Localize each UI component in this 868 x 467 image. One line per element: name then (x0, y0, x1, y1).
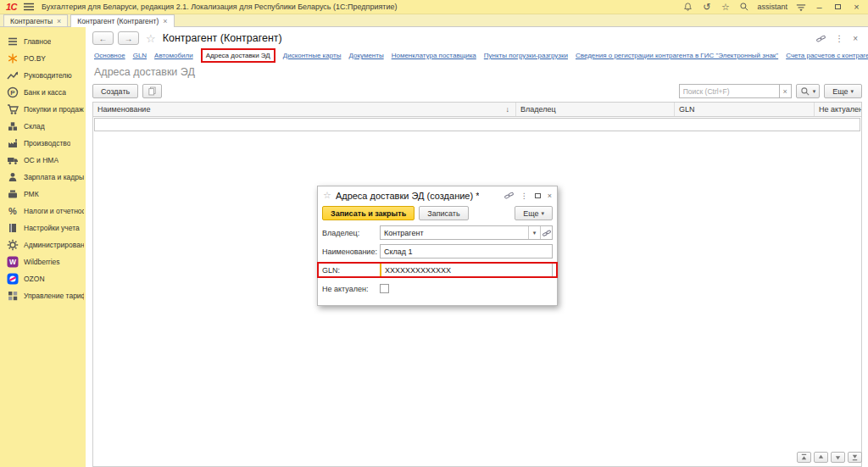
sidebar-item-zarplata-kadry[interactable]: Зарплата и кадры (0, 169, 86, 186)
main-menu-icon[interactable] (23, 2, 34, 13)
nav-link-adresa-dostavki-ed[interactable]: Адреса доставки ЭД (201, 48, 275, 63)
forward-button[interactable]: → (118, 31, 139, 45)
nav-link-svedeniya-gis[interactable]: Сведения о регистрации контрагента в ГИС… (576, 52, 778, 59)
sidebar-item-administrirovanie[interactable]: Администрирование (0, 236, 86, 253)
more-actions-icon[interactable]: ⋮ (520, 192, 528, 200)
page-down-button[interactable] (831, 452, 845, 463)
nav-link-dokumenty[interactable]: Документы (348, 52, 383, 59)
sidebar-item-glavnoe[interactable]: Главное (0, 33, 86, 50)
inactive-checkbox[interactable] (380, 284, 389, 293)
owner-dropdown-button[interactable]: ▾ (528, 226, 540, 239)
search-clear-icon[interactable]: × (779, 84, 792, 98)
tab-kontragenty[interactable]: Контрагенты × (3, 14, 68, 26)
column-header-gln[interactable]: GLN (675, 103, 815, 116)
sidebar-item-pokupki-prodazhi[interactable]: Покупки и продажи (0, 101, 86, 118)
get-link-icon[interactable] (504, 191, 514, 200)
sidebar-item-label: РМК (24, 190, 39, 198)
dialog-titlebar: ☆ Адреса доставки ЭД (создание) * ⋮ × (318, 186, 557, 203)
sidebar-item-label: Банк и касса (24, 88, 66, 97)
svg-text:%: % (8, 206, 17, 216)
tab-close-icon[interactable]: × (57, 17, 61, 25)
name-input[interactable] (381, 245, 552, 258)
coin-icon: P (7, 86, 19, 98)
sidebar-item-label: Покупки и продажи (24, 105, 84, 114)
sidebar-item-label: Производство (24, 139, 70, 147)
favorite-star-icon[interactable]: ☆ (146, 32, 156, 45)
dialog-title: Адреса доставки ЭД (создание) * (336, 191, 480, 201)
list-pager (797, 452, 862, 463)
sidebar-item-nastroyki-ucheta[interactable]: Настройки учета (0, 220, 86, 236)
minimize-button[interactable]: – (814, 2, 825, 13)
nav-link-punkty-pogruzki[interactable]: Пункты погрузки-разгрузки (484, 52, 568, 59)
sidebar-item-os-nma[interactable]: ОС и НМА (0, 152, 86, 169)
save-and-close-button[interactable]: Записать и закрыть (322, 206, 415, 220)
dialog-more-button[interactable]: Еще ▾ (515, 206, 553, 220)
sidebar-item-label: Управление тарифом (24, 292, 84, 300)
sidebar-item-ozon[interactable]: OZON (0, 270, 86, 287)
chevron-down-icon: ▾ (541, 210, 544, 217)
favorites-star-icon[interactable]: ☆ (720, 2, 731, 13)
maximize-icon (535, 193, 541, 198)
more-button[interactable]: Еще ▾ (824, 84, 862, 98)
connection-speed-icon[interactable] (795, 2, 806, 13)
maximize-dialog-button[interactable] (535, 192, 541, 200)
restore-button[interactable] (832, 2, 843, 13)
create-button[interactable]: Создать (92, 84, 138, 98)
cart-icon (7, 103, 19, 115)
tab-kontragent[interactable]: Контрагент (Контрагент) × (70, 14, 174, 27)
list-toolbar: Создать × ▾ Еще ▾ (86, 82, 868, 102)
notifications-bell-icon[interactable] (682, 2, 693, 13)
sidebar-item-rmk[interactable]: РМК (0, 186, 86, 203)
sidebar-item-upravlenie-tarifom[interactable]: Управление тарифом (0, 287, 86, 304)
search-icon[interactable] (738, 2, 749, 13)
gln-input[interactable] (381, 264, 552, 276)
asterisk-icon (7, 53, 19, 64)
sidebar-item-poby[interactable]: PO.BY (0, 50, 86, 67)
nav-link-gln[interactable]: GLN (133, 52, 147, 59)
sidebar-item-nalogi[interactable]: % Налоги и отчетность (0, 203, 86, 220)
close-window-button[interactable]: × (851, 2, 862, 13)
page-up-button[interactable] (814, 452, 828, 463)
assistant-label[interactable]: assistant (757, 3, 787, 11)
name-field-row: Наименование: (318, 244, 557, 259)
close-dialog-button[interactable]: × (548, 192, 552, 200)
tab-close-icon[interactable]: × (163, 17, 167, 25)
inactive-field-row: Не актуален: (318, 281, 557, 296)
content-header: ← → ☆ Контрагент (Контрагент) ⋮ × (86, 27, 868, 47)
owner-input[interactable] (381, 226, 528, 239)
get-link-icon[interactable] (816, 34, 826, 43)
more-actions-icon[interactable]: ⋮ (835, 34, 843, 43)
nav-link-avtomobili[interactable]: Автомобили (154, 52, 193, 59)
dialog-buttons: Записать и закрыть Записать Еще ▾ (318, 203, 557, 225)
owner-field-row: Владелец: ▾ (318, 225, 557, 240)
sidebar-item-wildberries[interactable]: W Wildberries (0, 253, 86, 270)
column-header-vladelec[interactable]: Владелец (516, 103, 675, 116)
column-header-ne-aktualen[interactable]: Не актуален (815, 103, 861, 116)
nav-link-scheta-raschetov[interactable]: Счета расчетов с контрагентами (786, 52, 868, 59)
gear-icon (7, 239, 19, 251)
table-header: Наименование ↓ Владелец GLN Не актуален (93, 103, 861, 117)
svg-text:W: W (9, 258, 17, 266)
nav-link-osnovnoe[interactable]: Основное (94, 52, 125, 59)
favorite-star-icon[interactable]: ☆ (323, 190, 331, 201)
nav-link-nomenklatura-postavshchika[interactable]: Номенклатура поставщика (392, 52, 476, 59)
close-form-icon[interactable]: × (853, 34, 858, 43)
sidebar-item-proizvodstvo[interactable]: Производство (0, 135, 86, 152)
search-menu-button[interactable]: ▾ (796, 84, 821, 98)
sidebar-item-label: PO.BY (24, 54, 46, 63)
go-last-button[interactable] (848, 452, 862, 463)
sidebar-item-bank-kassa[interactable]: P Банк и касса (0, 84, 86, 101)
truck-icon (7, 154, 19, 166)
owner-open-link-button[interactable] (540, 226, 552, 239)
sidebar-item-rukovoditelyu[interactable]: Руководителю (0, 67, 86, 84)
go-first-button[interactable] (797, 452, 811, 463)
history-icon[interactable]: ↺ (701, 2, 712, 13)
save-button[interactable]: Записать (419, 206, 468, 220)
copy-button[interactable] (142, 84, 162, 98)
search-input[interactable] (679, 84, 779, 98)
back-button[interactable]: ← (92, 31, 114, 45)
sidebar-item-sklad[interactable]: Склад (0, 118, 86, 135)
nav-link-diskontnye-karty[interactable]: Дисконтные карты (283, 52, 342, 59)
svg-text:P: P (10, 89, 15, 97)
column-header-naimenovanie[interactable]: Наименование ↓ (93, 103, 516, 116)
